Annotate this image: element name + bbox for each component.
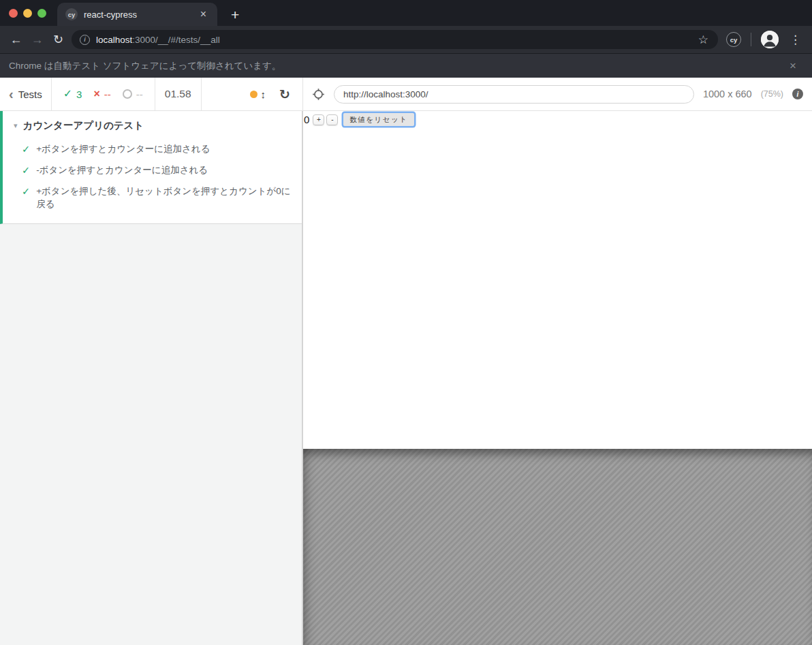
counter-value: 0 bbox=[304, 114, 309, 125]
toolbar-divider bbox=[751, 33, 751, 46]
site-info-icon[interactable]: i bbox=[80, 35, 90, 45]
pending-count: -- bbox=[136, 89, 143, 100]
check-icon: ✓ bbox=[22, 185, 30, 211]
aut-iframe: 0 + - 数値をリセット bbox=[303, 111, 812, 449]
test-row[interactable]: ✓ +ボタンを押した後、リセットボタンを押すとカウントが0に戻る bbox=[10, 181, 291, 215]
check-icon: ✓ bbox=[22, 143, 30, 156]
runner-header: ‹ Tests ✓ 3 × -- -- 01.58 bbox=[0, 78, 812, 111]
run-duration: 01.58 bbox=[155, 88, 201, 100]
updown-arrow-icon: ↕ bbox=[261, 89, 266, 100]
back-to-tests-button[interactable]: ‹ Tests bbox=[0, 78, 51, 110]
automation-notice-bar: Chrome は自動テスト ソフトウェアによって制御されています。 × bbox=[0, 53, 812, 78]
minimize-window-button[interactable] bbox=[23, 9, 32, 18]
increment-button[interactable]: + bbox=[313, 114, 324, 125]
address-bar[interactable]: i localhost :3000/__/#/tests/__all ☆ bbox=[72, 30, 718, 49]
cypress-extension-icon[interactable]: cy bbox=[726, 32, 741, 47]
runner-body: ▾ カウンターアプリのテスト ✓ +ボタンを押すとカウンターに追加される ✓ -… bbox=[0, 111, 812, 645]
selector-playground-button[interactable] bbox=[312, 88, 325, 101]
bookmark-star-icon[interactable]: ☆ bbox=[697, 33, 710, 47]
tab-close-icon[interactable]: × bbox=[198, 7, 209, 21]
viewport-scale: (75%) bbox=[761, 89, 783, 99]
viewport-size: 1000 x 660 bbox=[703, 89, 752, 99]
test-label: +ボタンを押した後、リセットボタンを押すとカウントが0に戻る bbox=[36, 185, 291, 211]
decrement-button[interactable]: - bbox=[326, 114, 338, 125]
rerun-tests-icon[interactable]: ↻ bbox=[275, 88, 302, 101]
viewport-info-icon[interactable]: i bbox=[792, 89, 803, 99]
autoscroll-dot-icon bbox=[250, 91, 257, 98]
new-tab-button[interactable]: + bbox=[217, 7, 239, 26]
pending-stat: -- bbox=[123, 89, 143, 100]
forward-icon: → bbox=[27, 33, 48, 46]
test-label: +ボタンを押すとカウンターに追加される bbox=[36, 143, 210, 156]
crosshair-icon bbox=[312, 88, 325, 101]
tests-label: Tests bbox=[18, 89, 42, 100]
passed-stat: ✓ 3 bbox=[63, 89, 82, 100]
failed-count: -- bbox=[104, 89, 111, 100]
automation-notice-text: Chrome は自動テスト ソフトウェアによって制御されています。 bbox=[9, 60, 281, 72]
chevron-left-icon: ‹ bbox=[9, 87, 14, 101]
test-row[interactable]: ✓ +ボタンを押すとカウンターに追加される bbox=[10, 139, 291, 160]
passed-count: 3 bbox=[76, 89, 82, 100]
test-suite-card: ▾ カウンターアプリのテスト ✓ +ボタンを押すとカウンターに追加される ✓ -… bbox=[0, 111, 302, 224]
chrome-menu-icon[interactable]: ⋮ bbox=[784, 33, 807, 47]
test-stats: ✓ 3 × -- -- bbox=[52, 89, 155, 100]
reporter-header: ‹ Tests ✓ 3 × -- -- 01.58 bbox=[0, 78, 303, 110]
browser-tab[interactable]: cy react-cypress × bbox=[57, 3, 217, 26]
check-icon: ✓ bbox=[63, 89, 72, 99]
close-window-button[interactable] bbox=[9, 9, 18, 18]
viewport-overflow-area bbox=[303, 449, 812, 645]
tab-title: react-cypress bbox=[84, 10, 191, 20]
profile-avatar[interactable] bbox=[761, 31, 779, 48]
reload-icon[interactable]: ↻ bbox=[48, 33, 69, 46]
cypress-favicon-icon: cy bbox=[65, 8, 78, 20]
reset-button[interactable]: 数値をリセット bbox=[343, 113, 413, 126]
url-path: :3000/__/#/tests/__all bbox=[132, 35, 219, 45]
counter-app: 0 + - 数値をリセット bbox=[304, 113, 812, 126]
person-icon bbox=[761, 31, 779, 48]
test-row[interactable]: ✓ -ボタンを押すとカウンターに追加される bbox=[10, 160, 291, 181]
aut-url-input[interactable] bbox=[334, 85, 694, 104]
suite-header[interactable]: ▾ カウンターアプリのテスト bbox=[10, 118, 291, 139]
reporter-sidebar: ▾ カウンターアプリのテスト ✓ +ボタンを押すとカウンターに追加される ✓ -… bbox=[0, 111, 303, 645]
test-label: -ボタンを押すとカウンターに追加される bbox=[36, 164, 208, 177]
aut-header: 1000 x 660 (75%) i bbox=[303, 78, 812, 110]
back-icon[interactable]: ← bbox=[5, 33, 27, 46]
tab-strip: cy react-cypress × + bbox=[0, 0, 812, 26]
browser-window: cy react-cypress × + ← → ↻ i localhost :… bbox=[0, 0, 812, 645]
aut-pane: 0 + - 数値をリセット bbox=[303, 111, 812, 645]
check-icon: ✓ bbox=[22, 164, 30, 177]
failed-stat: × -- bbox=[93, 89, 110, 100]
notice-close-icon[interactable]: × bbox=[783, 60, 803, 72]
browser-toolbar: ← → ↻ i localhost :3000/__/#/tests/__all… bbox=[0, 26, 812, 53]
collapse-triangle-icon: ▾ bbox=[14, 121, 18, 130]
zoom-window-button[interactable] bbox=[37, 9, 46, 18]
pending-circle-icon bbox=[123, 89, 132, 99]
autoscroll-toggle[interactable]: ↕ bbox=[240, 89, 276, 100]
window-controls bbox=[0, 0, 57, 26]
cross-icon: × bbox=[93, 89, 99, 99]
url-host: localhost bbox=[96, 35, 132, 45]
suite-title: カウンターアプリのテスト bbox=[23, 119, 144, 132]
